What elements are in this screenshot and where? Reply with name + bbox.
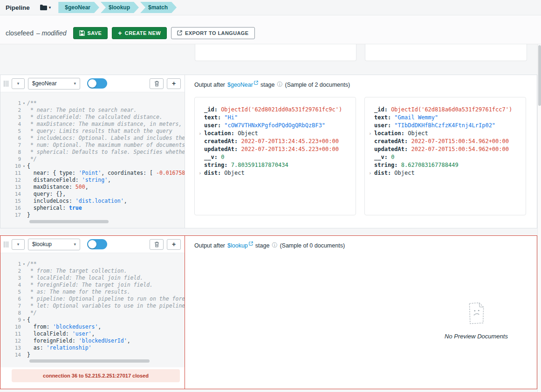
fold-icon[interactable]: ▾ [21,163,27,170]
horizontal-scrollbar[interactable] [29,359,150,363]
expand-icon[interactable]: › [199,130,204,138]
vertical-scrollbar[interactable] [537,44,541,392]
code-line: 12 foreignField: 'blockedUserId', [4,337,185,344]
stage-docs-link[interactable]: $lookup [227,242,253,249]
code-line: 13 maxDistance: 500, [4,184,185,191]
code-line: 14 query: {}, [4,191,185,198]
code-line: 1▾/** [4,100,185,107]
export-to-language-button[interactable]: EXPORT TO LANGUAGE [171,27,255,39]
code-line: 7 * let: Optional variables to use in th… [4,303,185,309]
stage-operator-select[interactable]: $lookup ▾ [28,239,80,250]
stage-link-label: $geoNear [227,82,253,88]
document-field[interactable]: ›location: Object [369,130,519,138]
add-stage-button[interactable]: + [167,78,181,89]
field-value: ObjectId('62d8021dd0a531f29761fc9c') [218,106,342,114]
document-field[interactable]: ›dist: Object [199,169,349,177]
sample-count-label: (Sample of 0 documents) [280,242,345,249]
stage-geonear: ▾ $geoNear ▾ + 1▾/**2 * near: The point … [0,75,537,228]
output-prefix: Output after [194,82,225,88]
chevron-down-icon: ▾ [74,81,76,86]
field-key: _id: [204,106,218,114]
chevron-down-icon: ▾ [17,81,20,86]
trash-icon [154,81,159,87]
document-field: text: "Hi" [199,114,349,122]
collapse-stage-button[interactable]: ▾ [12,239,25,250]
create-new-button[interactable]: + CREATE NEW [112,27,167,39]
stage-code-editor[interactable]: 1▾/**2 * from: The target collection.3 *… [0,253,185,367]
code-line: 10 from: 'blockedusers', [4,323,185,330]
delete-stage-button[interactable] [150,78,164,89]
add-stage-button[interactable]: + [167,239,181,250]
expand-icon[interactable]: › [199,169,204,177]
stage-link-label: $lookup [227,242,248,249]
output-documents: _id: ObjectId('62d8021dd0a531f29761fc9c'… [185,89,537,215]
plus-icon: + [172,241,176,248]
fold-icon[interactable]: ▾ [21,316,27,323]
document-field: _id: ObjectId('62d8021dd0a531f29761fc9c'… [199,106,349,114]
field-key: string: [204,161,228,169]
output-header: Output after $geoNear stage ⓘ (Sample of… [185,75,537,89]
fold-icon[interactable]: ▾ [21,100,27,107]
field-key: user: [204,122,221,130]
code-line: 4 * maxDistance: The maximum distance, i… [4,121,185,128]
field-value: 8.627083167788449 [398,161,459,169]
code-line: 12 distanceField: 'string', [4,177,185,184]
field-key: __v: [204,153,218,161]
document-card-partial [195,44,356,61]
field-key: _id: [374,106,388,114]
stage-enabled-toggle[interactable] [87,239,107,249]
delete-stage-button[interactable] [150,239,164,250]
pipeline-stage-chip[interactable]: $match [140,2,177,13]
field-key: text: [374,114,391,122]
stage-error-message: connection 36 to 52.215.2.251:27017 clos… [12,369,180,382]
code-line: 9 */ [4,156,185,163]
drag-handle-icon[interactable] [4,241,8,248]
document-card: _id: ObjectId('62d818a6d0a531f29761fcc7'… [364,97,526,215]
document-field: createdAt: 2022-07-20T13:24:45.223+00:00 [199,138,349,145]
collapse-stage-button[interactable]: ▾ [12,78,25,89]
field-value: "cOW7VTHNxKPgfodPQdOgQRbQzBF3" [221,122,325,130]
document-field: user: "cOW7VTHNxKPgfodPQdOgQRbQzBF3" [199,122,349,130]
chevron-down-icon: ▾ [17,242,20,247]
external-link-icon [249,241,253,246]
code-line: 4 * foreignField: The target join field. [4,282,185,289]
field-value: Object [391,169,415,177]
toggle-knob [88,240,96,248]
document-field[interactable]: ›dist: Object [369,169,519,177]
code-line: 13 as: 'relationship' [4,344,185,351]
stage-docs-link[interactable]: $geoNear [227,82,258,88]
pipeline-stage-chip[interactable]: $geoNear [58,2,99,13]
saved-pipelines-button[interactable]: ▾ [40,5,51,10]
save-button[interactable]: SAVE [73,27,108,39]
code-line: 7 * num: Optional. The maximum number of… [4,142,185,149]
code-line: 14} [4,351,185,358]
drag-handle-icon[interactable] [4,81,8,87]
stage-output-panel: Output after $geoNear stage ⓘ (Sample of… [185,75,537,228]
document-field: __v: 0 [199,153,349,161]
horizontal-scrollbar[interactable] [29,220,109,223]
stage-enabled-toggle[interactable] [87,78,107,89]
scrollbar-thumb[interactable] [538,45,541,106]
field-key: updatedAt: [204,145,238,153]
field-value: Object [221,169,245,177]
document-field[interactable]: ›location: Object [199,130,349,138]
field-value: 7.803591187870434 [228,161,288,169]
pipeline-stages-scroll-area: ▾ $geoNear ▾ + 1▾/**2 * near: The point … [0,44,541,392]
pipeline-label: Pipeline [6,4,30,11]
fold-icon[interactable]: ▾ [21,261,27,268]
stage-editor-panel: ▾ $lookup ▾ + 1▾/**2 * from: The target … [0,236,185,389]
empty-document-icon [467,302,486,324]
pipeline-stage-chip[interactable]: $lookup [101,2,139,13]
code-line: 2 * near: The point to search near. [4,107,185,114]
expand-icon[interactable]: › [369,169,374,177]
code-line: 10▾{ [4,163,185,170]
field-value: 2022-07-20T15:00:54.962+00:00 [408,145,509,153]
document-field: user: "TIbDdDKHfBhCzfzK4Ftnj4LrIp02" [369,122,519,130]
field-value: 0 [218,153,224,161]
expand-icon[interactable]: › [369,130,374,138]
stage-operator-select[interactable]: $geoNear ▾ [28,78,80,89]
field-key: dist: [204,169,221,177]
stage-code-editor[interactable]: 1▾/**2 * near: The point to search near.… [0,92,185,228]
output-prefix: Output after [194,242,225,249]
document-field: updatedAt: 2022-07-20T15:00:54.962+00:00 [369,145,519,153]
